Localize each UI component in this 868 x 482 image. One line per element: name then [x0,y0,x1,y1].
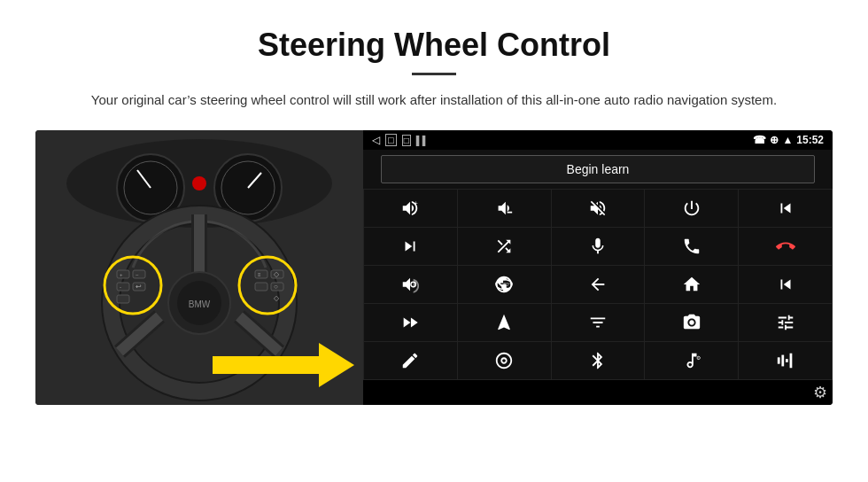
svg-rect-47 [781,355,784,367]
settings-row: ⚙ [363,380,833,405]
signal-icon: ▌▌ [416,136,429,145]
music-button[interactable]: ⚙ [645,342,738,379]
svg-text:BMW: BMW [189,299,211,309]
equalizer-button[interactable] [552,304,645,341]
target-button[interactable] [458,342,551,379]
vol-mute-button[interactable] [552,190,645,227]
svg-text:◇: ◇ [274,294,280,302]
settings-gear-icon[interactable]: ⚙ [813,383,827,402]
home-nav-icon[interactable]: □ [385,134,397,146]
svg-text:+: + [415,199,418,207]
next-track-button[interactable] [364,228,457,265]
svg-rect-46 [777,357,779,363]
camera-button[interactable] [645,304,738,341]
svg-point-8 [192,176,206,190]
svg-text:⚙: ⚙ [695,354,700,361]
recent-nav-icon[interactable]: □ [402,135,411,146]
wifi-status-icon: ▲ [782,134,793,146]
bluetooth-button[interactable] [552,342,645,379]
svg-text:◇: ◇ [274,270,280,278]
page-container: Steering Wheel Control Your original car… [0,0,868,423]
back-nav-icon[interactable]: ◁ [372,134,380,146]
svg-rect-49 [789,354,792,369]
hang-up-button[interactable] [739,228,832,265]
power-button[interactable] [645,190,738,227]
svg-rect-25 [117,295,129,303]
steering-wheel-image: BMW + ~ - ↩ ≡ ◇ [35,130,363,405]
svg-text:↩: ↩ [136,283,142,291]
waveform-button[interactable] [739,342,832,379]
svg-text:~: ~ [136,272,139,277]
svg-text:≡: ≡ [258,272,261,277]
svg-text:○: ○ [274,283,278,291]
title-divider [412,73,456,75]
prev-track-button[interactable] [739,190,832,227]
android-panel: ◁ □ □ ▌▌ ☎ ⊕ ▲ 15:52 Begin learn [363,130,833,405]
svg-rect-33 [255,283,267,291]
eq-settings-button[interactable] [739,304,832,341]
page-subtitle: Your original car’s steering wheel contr… [35,89,833,111]
control-icon-grid: + [363,189,833,380]
status-bar: ◁ □ □ ▌▌ ☎ ⊕ ▲ 15:52 [363,130,833,150]
pen-button[interactable] [364,342,457,379]
svg-text:-: - [120,284,121,290]
begin-learn-button[interactable]: Begin learn [381,155,815,183]
status-left: ◁ □ □ ▌▌ [372,134,429,146]
home-button[interactable] [645,266,738,303]
location-status-icon: ⊕ [770,134,779,146]
speaker-button[interactable] [364,266,457,303]
vol-up-button[interactable]: + [364,190,457,227]
svg-rect-48 [786,359,788,362]
phone-status-icon: ☎ [753,134,766,146]
mic-button[interactable] [552,228,645,265]
page-title: Steering Wheel Control [35,27,833,64]
back-button[interactable] [552,266,645,303]
fast-forward-button[interactable] [364,304,457,341]
vol-down-button[interactable] [458,190,551,227]
clock: 15:52 [796,134,824,146]
phone-button[interactable] [645,228,738,265]
360-view-button[interactable]: 360° [458,266,551,303]
content-row: BMW + ~ - ↩ ≡ ◇ [35,130,833,405]
shuffle-button[interactable] [458,228,551,265]
navigate-button[interactable] [458,304,551,341]
svg-text:360°: 360° [501,283,510,287]
skip-back-button[interactable] [739,266,832,303]
begin-learn-section: Begin learn [363,150,833,189]
status-right: ☎ ⊕ ▲ 15:52 [753,134,824,146]
svg-text:+: + [120,272,123,277]
